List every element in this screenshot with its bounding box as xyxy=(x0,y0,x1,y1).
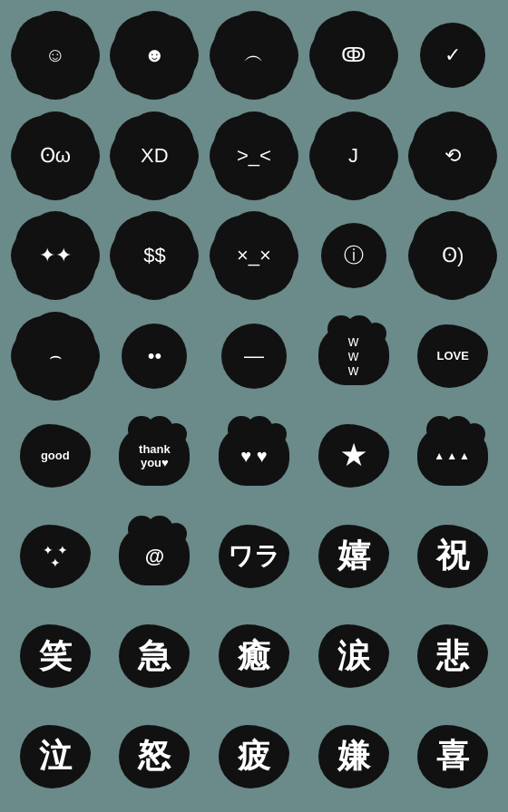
okoru-icon: 怒 xyxy=(138,734,171,778)
iwau-icon: 祝 xyxy=(436,534,469,578)
spin-icon: ⟲ xyxy=(444,146,461,166)
grid-cell-isogu[interactable]: 急 xyxy=(107,608,203,705)
dot-eyes-icon: •• xyxy=(148,346,161,366)
laugh-icon: XD xyxy=(141,146,169,166)
grid-cell-coffee-steam[interactable]: ʘ) xyxy=(405,208,501,304)
grid-cell-sparkle-eyes[interactable]: ✦✦ xyxy=(7,208,103,304)
isogu-icon: 急 xyxy=(138,634,171,679)
yorokobu2-icon: 喜 xyxy=(436,734,469,778)
grid-cell-dot-eyes[interactable]: •• xyxy=(107,308,203,405)
emoji-grid: ☺ ☻ ︵ ↂ ✓ xyxy=(0,0,508,812)
grid-cell-smile[interactable]: ☺ xyxy=(7,7,103,104)
dash-mouth-icon: — xyxy=(244,346,264,366)
grid-cell-namida[interactable]: 涙 xyxy=(306,608,402,705)
dizzy-face-icon: @ xyxy=(145,545,164,568)
tsukareru-icon: 疲 xyxy=(238,734,270,778)
yorokobu-icon: 嬉 xyxy=(337,534,370,578)
grid-cell-wink[interactable]: ↂ xyxy=(306,7,402,104)
grid-cell-biggrin[interactable]: ☻ xyxy=(107,7,203,104)
grid-cell-okoru[interactable]: 怒 xyxy=(107,709,203,806)
kirau-icon: 嫌 xyxy=(337,734,370,778)
grid-cell-kirau[interactable]: 嫌 xyxy=(306,709,402,806)
biggrin-icon: ☻ xyxy=(144,45,165,65)
thank-you-icon: thankyou♥ xyxy=(139,442,171,470)
sparkle-eyes-icon: ✦✦ xyxy=(39,246,72,266)
grid-cell-wara[interactable]: ワラ xyxy=(206,508,302,605)
www-icon: www xyxy=(348,334,359,378)
grid-cell-crown[interactable]: ▲▲▲ xyxy=(405,408,501,505)
shrug-icon: J xyxy=(348,146,358,166)
grid-cell-shrug[interactable]: J xyxy=(306,108,402,205)
coffee-steam-icon: ʘ) xyxy=(442,246,464,266)
check-smile-icon: ✓ xyxy=(444,45,461,65)
grid-cell-iyasu[interactable]: 癒 xyxy=(206,608,302,705)
worry-icon: ⌢ xyxy=(49,346,62,366)
grid-cell-info-face[interactable]: ⓘ xyxy=(306,208,402,304)
grid-cell-thank-you[interactable]: thankyou♥ xyxy=(107,408,203,505)
grid-cell-hearts[interactable]: ♥ ♥ xyxy=(206,408,302,505)
crown-icon: ▲▲▲ xyxy=(434,450,472,461)
kanashii-icon: 悲 xyxy=(436,634,469,679)
hearts-icon: ♥ ♥ xyxy=(240,445,267,467)
grid-cell-annoyed[interactable]: >_< xyxy=(206,108,302,205)
grid-cell-naku[interactable]: 泣 xyxy=(7,709,103,806)
grid-cell-dollar-eyes[interactable]: $$ xyxy=(107,208,203,304)
grid-cell-yorokobu[interactable]: 嬉 xyxy=(306,508,402,605)
namida-icon: 涙 xyxy=(337,634,370,679)
grid-cell-laugh[interactable]: XD xyxy=(107,108,203,205)
smile-icon: ☺ xyxy=(45,45,65,65)
grid-cell-iwau[interactable]: 祝 xyxy=(405,508,501,605)
grid-cell-check-smile[interactable]: ✓ xyxy=(405,7,501,104)
heart-eyes-icon: ʘω xyxy=(40,146,71,166)
grid-cell-dizzy-face[interactable]: @ xyxy=(107,508,203,605)
warau-icon: 笑 xyxy=(39,634,72,679)
grid-cell-spin[interactable]: ⟲ xyxy=(405,108,501,205)
grid-cell-sad[interactable]: ︵ xyxy=(206,7,302,104)
grid-cell-love[interactable]: LOVE xyxy=(405,308,501,405)
good-icon: good xyxy=(41,449,70,463)
wink-icon: ↂ xyxy=(341,45,366,65)
star-icon: ★ xyxy=(341,440,366,472)
grid-cell-tsukareru[interactable]: 疲 xyxy=(206,709,302,806)
annoyed-icon: >_< xyxy=(237,146,271,166)
grid-cell-kanashii[interactable]: 悲 xyxy=(405,608,501,705)
sparkles-icon: ✦ ✦ ✦ xyxy=(43,544,68,569)
xx-eyes-icon: ×_× xyxy=(237,246,271,266)
grid-cell-xx-eyes[interactable]: ×_× xyxy=(206,208,302,304)
info-face-icon: ⓘ xyxy=(344,246,364,266)
dollar-eyes-icon: $$ xyxy=(143,246,165,266)
iyasu-icon: 癒 xyxy=(238,634,270,679)
naku-icon: 泣 xyxy=(39,734,72,778)
grid-cell-dash-mouth[interactable]: — xyxy=(206,308,302,405)
grid-cell-good[interactable]: good xyxy=(7,408,103,505)
grid-cell-www[interactable]: www xyxy=(306,308,402,405)
grid-cell-star[interactable]: ★ xyxy=(306,408,402,505)
grid-cell-sparkles[interactable]: ✦ ✦ ✦ xyxy=(7,508,103,605)
grid-cell-warau[interactable]: 笑 xyxy=(7,608,103,705)
grid-cell-yorokobu2[interactable]: 喜 xyxy=(405,709,501,806)
sad-icon: ︵ xyxy=(244,45,264,65)
grid-cell-worry[interactable]: ⌢ xyxy=(7,308,103,405)
grid-cell-heart-eyes[interactable]: ʘω xyxy=(7,108,103,205)
wara-icon: ワラ xyxy=(228,539,280,574)
love-icon: LOVE xyxy=(436,349,468,363)
